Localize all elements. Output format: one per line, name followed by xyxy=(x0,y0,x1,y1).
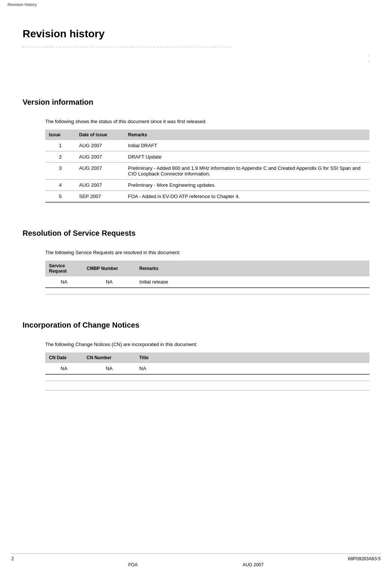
footer-divider xyxy=(11,554,381,554)
footer-row2: FOA AUG 2007 xyxy=(0,562,392,567)
footer-page-number: 2 xyxy=(11,556,14,561)
service-col-remarks: Remarks xyxy=(136,261,369,276)
service-table-header-row: ServiceRequest CMBP Number Remarks xyxy=(45,261,369,276)
issue-cell: 2 xyxy=(45,151,75,163)
cn-number-cell: NA xyxy=(83,363,136,374)
version-col-issue: Issue xyxy=(45,130,75,140)
remarks-cell: Preliminary - Added 800 and 1.9 MHz info… xyxy=(124,163,369,180)
date-cell: AUG 2007 xyxy=(75,163,124,180)
change-intro: The following Change Notices (CN) are in… xyxy=(45,342,369,347)
dot-separator-dots: . . . . . . . . . . . . . . . . . . . . … xyxy=(23,44,359,48)
spacer3 xyxy=(23,203,369,214)
footer-center-text: FOA AUG 2007 xyxy=(128,562,264,567)
remarks-cell: DRAFT Update xyxy=(124,151,369,163)
date-cell: AUG 2007 xyxy=(75,151,124,163)
footer: 2 68P09283A63-5 FOA AUG 2007 xyxy=(0,554,392,567)
spacer5 xyxy=(23,294,369,306)
service-col-cmbp: CMBP Number xyxy=(83,261,136,276)
service-intro: The following Service Requests are resol… xyxy=(45,250,369,255)
version-col-remarks: Remarks xyxy=(124,130,369,140)
section-title-version: Version information xyxy=(23,98,369,107)
version-intro: The following shows the status of this d… xyxy=(45,119,369,124)
table-row: NA NA NA xyxy=(45,363,369,374)
version-col-date: Date of issue xyxy=(75,130,124,140)
issue-cell: 3 xyxy=(45,163,75,180)
dot-extra: .. xyxy=(359,44,369,70)
sr-remarks-cell: Initial release xyxy=(136,276,369,288)
table-row: 4 AUG 2007 Preliminary - More Engineerin… xyxy=(45,180,369,191)
footer-row1: 2 68P09283A63-5 xyxy=(0,556,392,561)
breadcrumb-text: Revision history xyxy=(8,2,37,7)
remarks-cell: Initial DRAFT xyxy=(124,140,369,151)
remarks-cell: Preliminary - More Engineering updates. xyxy=(124,180,369,191)
dot-separator-line: . . . . . . . . . . . . . . . . . . . . … xyxy=(23,44,369,70)
issue-cell: 4 xyxy=(45,180,75,191)
remarks-cell: FOA - Added in EV-DO ATP reference to Ch… xyxy=(124,191,369,203)
change-col-date: CN Date xyxy=(45,352,83,363)
service-col-request: ServiceRequest xyxy=(45,261,83,276)
change-extra-line1 xyxy=(45,381,369,381)
change-col-title: Title xyxy=(136,352,369,363)
version-table: Issue Date of issue Remarks 1 AUG 2007 I… xyxy=(45,130,369,203)
date-cell: AUG 2007 xyxy=(75,180,124,191)
table-row: 1 AUG 2007 Initial DRAFT xyxy=(45,140,369,151)
section-title-service: Resolution of Service Requests xyxy=(23,229,369,238)
date-cell: SEP 2007 xyxy=(75,191,124,203)
date-cell: AUG 2007 xyxy=(75,140,124,151)
cn-title-cell: NA xyxy=(136,363,369,374)
table-row: 5 SEP 2007 FOA - Added in EV-DO ATP refe… xyxy=(45,191,369,203)
issue-cell: 1 xyxy=(45,140,75,151)
spacer4 xyxy=(23,244,369,250)
service-table: ServiceRequest CMBP Number Remarks NA NA… xyxy=(45,261,369,288)
sr-cell: NA xyxy=(45,276,83,288)
version-table-header-row: Issue Date of issue Remarks xyxy=(45,130,369,140)
content-area: Revision history . . . . . . . . . . . .… xyxy=(0,9,392,421)
change-col-number: CN Number xyxy=(83,352,136,363)
issue-cell: 5 xyxy=(45,191,75,203)
cn-date-cell: NA xyxy=(45,363,83,374)
change-extra-line2 xyxy=(45,390,369,390)
change-table-header-row: CN Date CN Number Title xyxy=(45,352,369,363)
cmbp-cell: NA xyxy=(83,276,136,288)
table-row: 2 AUG 2007 DRAFT Update xyxy=(45,151,369,163)
footer-doc-number: 68P09283A63-5 xyxy=(348,556,381,561)
page-title: Revision history xyxy=(23,28,369,40)
spacer6 xyxy=(23,336,369,342)
spacer1 xyxy=(23,72,369,83)
section-title-change: Incorporation of Change Notices xyxy=(23,321,369,329)
page-container: Revision history Revision history . . . … xyxy=(0,0,392,575)
table-row: 3 AUG 2007 Preliminary - Added 800 and 1… xyxy=(45,163,369,180)
change-table: CN Date CN Number Title NA NA NA xyxy=(45,352,369,375)
table-row: NA NA Initial release xyxy=(45,276,369,288)
spacer2 xyxy=(23,113,369,119)
breadcrumb: Revision history xyxy=(0,0,392,9)
